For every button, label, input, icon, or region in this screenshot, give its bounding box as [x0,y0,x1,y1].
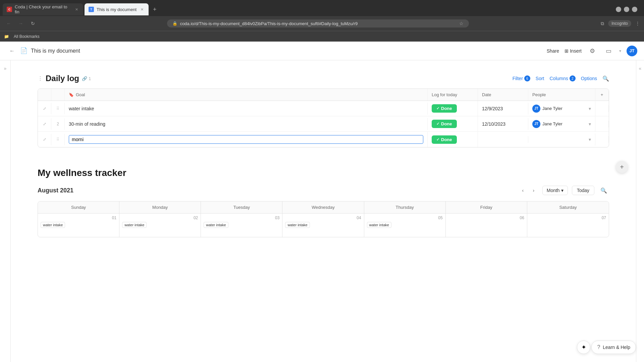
check-icon: ✓ [436,122,439,126]
row2-done-button[interactable]: ✓ Done [432,120,457,128]
calendar-month: August 2021 [38,187,73,194]
tab-2[interactable]: T This is my document ✕ [85,3,149,15]
row1-drag: ⠿ [51,103,65,114]
back-button[interactable]: ← [4,19,13,28]
columns-badge: 2 [570,75,576,81]
today-button[interactable]: Today [572,186,594,195]
row3-expand[interactable]: ⤢ [38,134,51,145]
table-search-icon[interactable]: 🔍 [602,75,609,82]
cal-cell-02[interactable]: 02 water intake [119,214,201,237]
calendar-grid: Sunday Monday Tuesday Wednesday Thursday… [38,201,609,237]
month-dropdown[interactable]: Month ▾ [542,186,568,195]
sidebar-toggle[interactable]: » [0,60,11,362]
day-saturday: Saturday [527,201,609,213]
tab2-close[interactable]: ✕ [139,7,145,12]
floating-add-button[interactable]: + [616,161,628,173]
sort-button[interactable]: Sort [536,76,544,81]
columns-button[interactable]: Columns 2 [550,75,576,81]
filter-badge: 6 [524,75,530,81]
cal-cell-04[interactable]: 04 water intake [282,214,364,237]
wellness-tracker-section: My wellness tracker August 2021 ‹ › Mont… [38,168,609,237]
insert-button[interactable]: ⊞ Insert [565,48,582,54]
calendar-search-icon[interactable]: 🔍 [598,185,609,196]
section-menu-icon[interactable]: ⋮ [38,75,43,82]
row1-goal: water intake [65,103,428,115]
share-button[interactable]: Share [547,48,559,54]
address-bar[interactable]: 🔒 coda.io/d/This-is-my-document_d84lv0Zi… [167,19,469,27]
col-add-header[interactable]: + [595,89,609,101]
incognito-button[interactable]: Incognito [608,20,631,27]
window-maximize[interactable] [624,7,629,12]
row1-date: 12/9/2023 [478,103,528,115]
row3-goal-input[interactable] [69,135,423,144]
user-avatar[interactable]: JT [627,46,637,56]
tab1-close[interactable]: ✕ [74,7,79,12]
calendar-controls: August 2021 ‹ › Month ▾ Today 🔍 [38,185,609,196]
cal-cell-03[interactable]: 03 water intake [201,214,282,237]
cal-cell-07[interactable]: 07 [527,214,609,237]
window-close[interactable] [632,7,637,12]
learn-help-label: Learn & Help [603,345,630,350]
calendar-week-1: 01 water intake 02 water intake 03 water… [38,214,609,237]
day-thursday: Thursday [364,201,446,213]
col-people-header: People [528,89,595,101]
section-toolbar: Filter 6 Sort Columns 2 Options [513,75,609,82]
daily-log-title: Daily log [46,74,79,83]
right-panel-toggle[interactable]: « [636,60,644,362]
address-text: coda.io/d/This-is-my-document_d84lv0ZibP… [180,21,457,26]
link-icon: 🔗 [82,76,87,81]
row2-expand[interactable]: ⤢ [38,118,51,130]
check-icon: ✓ [436,106,439,111]
options-button[interactable]: Options [581,76,597,81]
nav-back-button[interactable]: ← [7,46,17,56]
layout-button[interactable]: ▭ [603,46,614,56]
row3-goal-cell[interactable] [65,132,428,147]
sidebar-collapse-icon[interactable]: » [4,66,7,71]
row2-extra [595,121,609,127]
document-title: This is my document [31,48,80,54]
cal-cell-01[interactable]: 01 water intake [38,214,119,237]
app-topbar: ← 📄 This is my document Share ⊞ Insert ⚙… [0,42,644,60]
row3-done-button[interactable]: ✓ Done [432,135,457,144]
extensions-icon[interactable]: ⧉ [601,21,604,26]
sparkle-button[interactable]: ✦ [577,341,590,354]
prev-month-button[interactable]: ‹ [518,186,528,195]
reload-button[interactable]: ↻ [28,19,38,28]
section-link[interactable]: 🔗 1 [82,76,91,81]
filter-button[interactable]: Filter 6 [513,75,530,81]
row3-people: ▾ [528,133,595,145]
row1-done-button[interactable]: ✓ Done [432,104,457,113]
row2-dropdown-icon[interactable]: ▾ [589,121,591,127]
cal-cell-05[interactable]: 05 water intake [364,214,446,237]
row2-log[interactable]: ✓ Done [428,116,478,131]
all-bookmarks[interactable]: All Bookmarks [12,34,42,40]
day-wednesday: Wednesday [282,201,364,213]
chevron-down-icon: ▾ [619,49,621,53]
row3-date [478,136,528,143]
row3-log[interactable]: ✓ Done [428,132,478,147]
settings-button[interactable]: ⚙ [587,46,598,56]
cal-cell-06[interactable]: 06 [446,214,527,237]
table-row: ⤢ 2 30-min of reading ✓ Done [38,116,609,132]
menu-icon[interactable]: ⋮ [635,21,640,26]
next-month-button[interactable]: › [529,186,538,195]
new-tab-button[interactable]: + [150,5,159,14]
right-collapse-icon[interactable]: « [639,66,642,71]
daily-log-section: ⋮ Daily log 🔗 1 Filter 6 Sort [38,74,609,147]
row3-dropdown-icon[interactable]: ▾ [589,137,591,142]
forward-button[interactable]: → [16,19,25,28]
window-minimize[interactable] [616,7,621,12]
row1-log[interactable]: ✓ Done [428,101,478,116]
table-row: ⤢ ⠿ water intake ✓ Done [38,101,609,116]
row1-dropdown-icon[interactable]: ▾ [589,106,591,111]
row1-expand[interactable]: ⤢ [38,103,51,114]
dropdown-arrow-icon: ▾ [561,188,564,193]
bookmark-star-icon[interactable]: ☆ [459,21,464,26]
col-goal-header: 🔖 Goal [65,89,428,101]
row1-people: JT Jane Tyler ▾ [528,101,595,116]
table-row: ⤢ ⠿ ✓ Done [38,132,609,147]
expand-icon: ⤢ [43,106,46,111]
learn-help-button[interactable]: ? Learn & Help [591,341,636,354]
tab-1[interactable]: C Coda | Check your email to fin ✕ [3,3,83,15]
view-toggle[interactable]: ▾ [619,49,621,53]
